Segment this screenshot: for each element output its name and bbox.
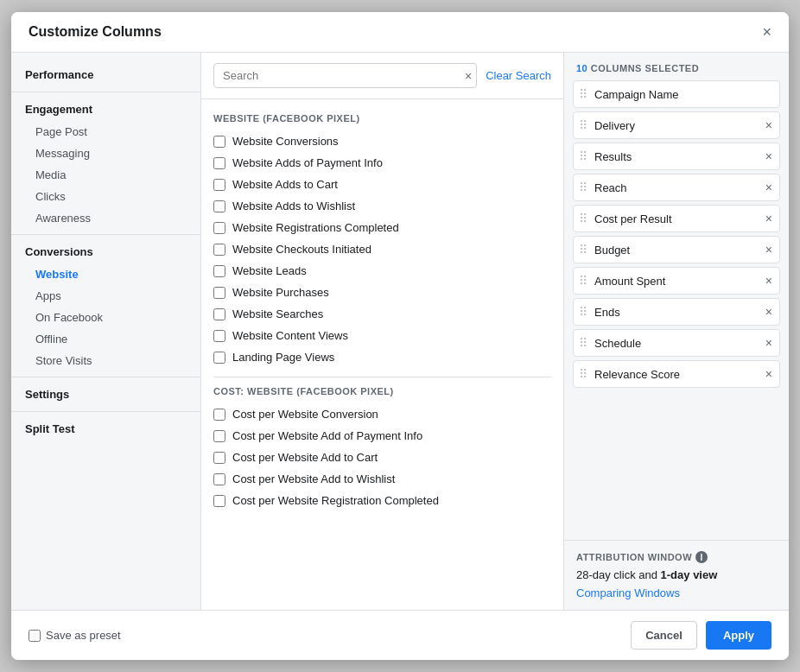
remove-amount-spent-button[interactable]: ×: [764, 275, 774, 287]
list-item[interactable]: Landing Page Views: [213, 346, 551, 368]
landing-page-views-label: Landing Page Views: [232, 351, 334, 364]
sidebar-section-performance[interactable]: Performance: [11, 63, 200, 86]
selected-column-item[interactable]: ⠿ Budget ×: [573, 236, 780, 263]
sidebar-item-messaging[interactable]: Messaging: [11, 143, 200, 164]
remove-relevance-score-button[interactable]: ×: [764, 368, 774, 380]
sidebar-item-awareness[interactable]: Awareness: [11, 207, 200, 229]
list-item[interactable]: Website Leads: [213, 260, 551, 282]
selected-column-label: Reach: [594, 181, 757, 194]
list-item[interactable]: Cost per Website Conversion: [213, 403, 551, 425]
remove-ends-button[interactable]: ×: [764, 306, 774, 318]
apply-button[interactable]: Apply: [706, 621, 771, 650]
list-item[interactable]: Cost per Website Add to Wishlist: [213, 468, 551, 490]
website-checkouts-checkbox[interactable]: [213, 244, 225, 256]
website-adds-cart-checkbox[interactable]: [213, 179, 225, 191]
selected-header: 10 COLUMNS SELECTED: [564, 53, 789, 80]
list-item[interactable]: Website Registrations Completed: [213, 217, 551, 238]
attribution-title: ATTRIBUTION WINDOW i: [576, 551, 777, 563]
selected-column-label: Schedule: [594, 337, 757, 350]
website-content-views-checkbox[interactable]: [213, 330, 225, 342]
list-item[interactable]: Website Adds to Wishlist: [213, 195, 551, 217]
list-item[interactable]: Website Checkouts Initiated: [213, 238, 551, 260]
selected-column-item[interactable]: ⠿ Schedule ×: [573, 329, 780, 357]
drag-handle-icon: ⠿: [579, 243, 587, 257]
save-preset-label[interactable]: Save as preset: [29, 629, 121, 642]
list-item[interactable]: Cost per Website Add to Cart: [213, 447, 551, 468]
website-adds-payment-label: Website Adds of Payment Info: [232, 156, 383, 169]
modal-footer: Save as preset Cancel Apply: [11, 610, 789, 660]
website-purchases-checkbox[interactable]: [213, 287, 225, 299]
selected-column-item[interactable]: ⠿ Results ×: [573, 143, 780, 170]
clear-search-button[interactable]: Clear Search: [486, 69, 551, 82]
cost-website-add-payment-checkbox[interactable]: [213, 430, 225, 442]
sidebar-section-settings[interactable]: Settings: [11, 383, 200, 406]
sidebar-item-store-visits[interactable]: Store Visits: [11, 350, 200, 371]
website-leads-checkbox[interactable]: [213, 265, 225, 277]
remove-delivery-button[interactable]: ×: [764, 119, 774, 131]
right-column: 10 COLUMNS SELECTED ⠿ Campaign Name ⠿ De…: [564, 53, 789, 610]
search-input[interactable]: [213, 63, 477, 88]
remove-results-button[interactable]: ×: [764, 150, 774, 162]
list-item[interactable]: Website Adds to Cart: [213, 174, 551, 195]
website-adds-payment-checkbox[interactable]: [213, 157, 225, 169]
selected-column-item[interactable]: ⠿ Delivery ×: [573, 111, 780, 139]
selected-column-label: Delivery: [594, 119, 757, 132]
cost-website-registration-label: Cost per Website Registration Completed: [232, 494, 439, 507]
selected-column-label: Budget: [594, 244, 757, 257]
cancel-button[interactable]: Cancel: [631, 621, 697, 650]
list-item[interactable]: Cost per Website Registration Completed: [213, 490, 551, 511]
sidebar-item-clicks[interactable]: Clicks: [11, 186, 200, 207]
drag-handle-icon: ⠿: [579, 212, 587, 225]
website-adds-wishlist-label: Website Adds to Wishlist: [232, 200, 355, 212]
selected-column-item[interactable]: ⠿ Campaign Name: [573, 80, 780, 108]
drag-handle-icon: ⠿: [579, 336, 587, 350]
website-conversions-checkbox[interactable]: [213, 136, 225, 148]
selected-column-item[interactable]: ⠿ Relevance Score ×: [573, 360, 780, 388]
sidebar-section-conversions[interactable]: Conversions: [11, 240, 200, 263]
cost-website-registration-checkbox[interactable]: [213, 495, 225, 507]
selected-column-item[interactable]: ⠿ Reach ×: [573, 174, 780, 201]
selected-column-label: Ends: [594, 306, 757, 319]
info-icon[interactable]: i: [695, 551, 708, 563]
website-adds-wishlist-checkbox[interactable]: [213, 200, 225, 212]
close-button[interactable]: ×: [762, 24, 771, 40]
sidebar-item-media[interactable]: Media: [11, 164, 200, 186]
website-registrations-checkbox[interactable]: [213, 222, 225, 234]
sidebar-item-apps[interactable]: Apps: [11, 285, 200, 307]
drag-handle-icon: ⠿: [579, 367, 587, 381]
selected-header-suffix: COLUMNS SELECTED: [587, 63, 699, 73]
remove-reach-button[interactable]: ×: [764, 181, 774, 193]
divider: [11, 234, 200, 235]
list-item[interactable]: Website Adds of Payment Info: [213, 152, 551, 174]
remove-budget-button[interactable]: ×: [764, 244, 774, 256]
remove-schedule-button[interactable]: ×: [764, 337, 774, 349]
list-item[interactable]: Website Conversions: [213, 130, 551, 152]
sidebar-item-page-post[interactable]: Page Post: [11, 121, 200, 143]
cost-website-add-cart-checkbox[interactable]: [213, 452, 225, 464]
drag-handle-icon: ⠿: [579, 87, 587, 101]
selected-column-item[interactable]: ⠿ Ends ×: [573, 298, 780, 326]
selected-columns-list: ⠿ Campaign Name ⠿ Delivery × ⠿ Results ×…: [564, 80, 789, 540]
cost-website-add-wishlist-checkbox[interactable]: [213, 473, 225, 485]
list-item[interactable]: Website Searches: [213, 303, 551, 325]
list-item[interactable]: Cost per Website Add of Payment Info: [213, 425, 551, 447]
selected-column-item[interactable]: ⠿ Amount Spent ×: [573, 267, 780, 295]
list-item[interactable]: Website Purchases: [213, 282, 551, 303]
list-item[interactable]: Website Content Views: [213, 325, 551, 346]
remove-cost-per-result-button[interactable]: ×: [764, 212, 774, 225]
attribution-description: 28-day click and 1-day view: [576, 568, 777, 581]
landing-page-views-checkbox[interactable]: [213, 352, 225, 364]
comparing-windows-link[interactable]: Comparing Windows: [576, 586, 680, 599]
search-clear-button[interactable]: ×: [465, 70, 472, 82]
drag-handle-icon: ⠿: [579, 149, 587, 163]
website-searches-checkbox[interactable]: [213, 308, 225, 320]
sidebar-item-on-facebook[interactable]: On Facebook: [11, 307, 200, 328]
selected-column-item[interactable]: ⠿ Cost per Result ×: [573, 205, 780, 232]
sidebar-section-split-test[interactable]: Split Test: [11, 417, 200, 441]
sidebar-item-website[interactable]: Website: [11, 263, 200, 285]
save-preset-checkbox[interactable]: [29, 630, 41, 642]
sidebar-item-offline[interactable]: Offline: [11, 328, 200, 350]
website-conversions-label: Website Conversions: [232, 135, 339, 148]
cost-website-conversion-checkbox[interactable]: [213, 409, 225, 421]
sidebar-section-engagement[interactable]: Engagement: [11, 98, 200, 121]
